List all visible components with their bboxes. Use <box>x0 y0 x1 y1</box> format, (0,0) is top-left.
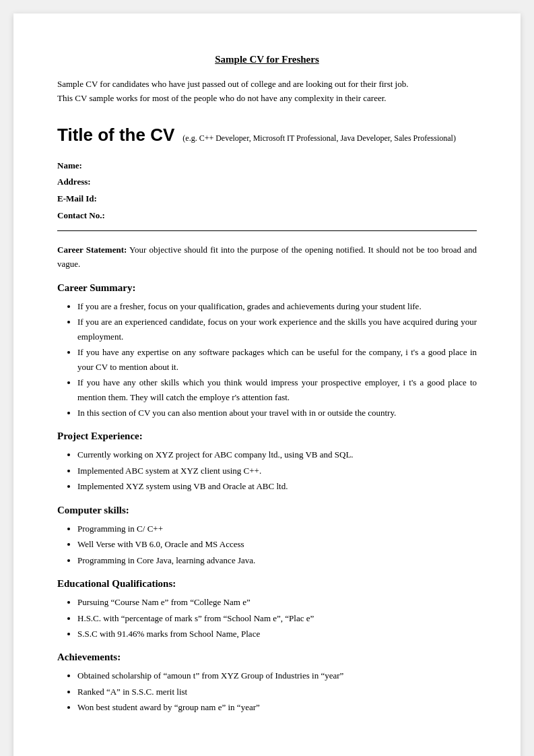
list-item: Obtained scholarship of “amoun t” from X… <box>77 668 477 683</box>
list-item: Implemented ABC system at XYZ client usi… <box>77 464 477 478</box>
educational-qualifications-heading: Educational Qualifications: <box>57 578 477 590</box>
list-item: Ranked “A” in S.S.C. merit list <box>77 685 477 699</box>
cv-title-subtitle: (e.g. C++ Developer, Microsoft IT Profes… <box>182 133 456 143</box>
project-experience-section: Project Experience: Currently working on… <box>57 431 477 493</box>
educational-qualifications-section: Educational Qualifications: Pursuing “Co… <box>57 578 477 641</box>
list-item: In this section of CV you can also menti… <box>77 406 477 420</box>
list-item: Programming in C/ C++ <box>77 522 477 536</box>
career-summary-heading: Career Summary: <box>57 282 477 294</box>
list-item: If you have any expertise on any softwar… <box>77 345 477 374</box>
achievements-heading: Achievements: <box>57 652 477 663</box>
achievements-section: Achievements: Obtained scholarship of “a… <box>57 652 477 714</box>
list-item: If you are a fresher, focus on your qual… <box>77 299 477 313</box>
career-statement-text: Career Statement: Your objective should … <box>57 243 477 272</box>
address-row: Address: <box>57 174 477 191</box>
cv-title-section: Title of the CV (e.g. C++ Developer, Mic… <box>57 125 477 146</box>
name-row: Name: <box>57 158 477 175</box>
career-statement-section: Career Statement: Your objective should … <box>57 243 477 272</box>
intro-text: Sample CV for candidates who have just p… <box>57 77 477 106</box>
email-row: E-Mail Id: <box>57 191 477 208</box>
career-statement-label: Career Statement: <box>57 245 127 255</box>
list-item: If you are an experienced candidate, foc… <box>77 315 477 344</box>
list-item: Currently working on XYZ project for ABC… <box>77 447 477 462</box>
personal-info: Name: Address: E-Mail Id: Contact No.: <box>57 158 477 224</box>
list-item: Won best student award by “group nam e” … <box>77 700 477 714</box>
section-divider <box>57 230 477 231</box>
list-item: Well Verse with VB 6.0, Oracle and MS Ac… <box>77 537 477 551</box>
computer-skills-list: Programming in C/ C++Well Verse with VB … <box>77 522 477 567</box>
educational-qualifications-list: Pursuing “Course Nam e” from “College Na… <box>77 595 477 641</box>
contact-row: Contact No.: <box>57 208 477 224</box>
cv-title-heading: Title of the CV <box>57 125 174 145</box>
list-item: If you have any other skills which you t… <box>77 375 477 404</box>
computer-skills-section: Computer skills: Programming in C/ C++We… <box>57 505 477 567</box>
achievements-list: Obtained scholarship of “amoun t” from X… <box>77 668 477 714</box>
list-item: Programming in Core Java, learning advan… <box>77 553 477 567</box>
list-item: Pursuing “Course Nam e” from “College Na… <box>77 595 477 609</box>
list-item: S.S.C with 91.46% marks from School Name… <box>77 627 477 641</box>
page-title: Sample CV for Freshers <box>57 54 477 65</box>
cv-page: Sample CV for Freshers Sample CV for can… <box>13 13 521 756</box>
project-experience-heading: Project Experience: <box>57 431 477 442</box>
career-summary-section: Career Summary: If you are a fresher, fo… <box>57 282 477 420</box>
computer-skills-heading: Computer skills: <box>57 505 477 516</box>
list-item: Implemented XYZ system using VB and Orac… <box>77 479 477 493</box>
project-experience-list: Currently working on XYZ project for ABC… <box>77 447 477 493</box>
list-item: H.S.C. with “percentage of mark s” from … <box>77 611 477 625</box>
career-summary-list: If you are a fresher, focus on your qual… <box>77 299 477 420</box>
